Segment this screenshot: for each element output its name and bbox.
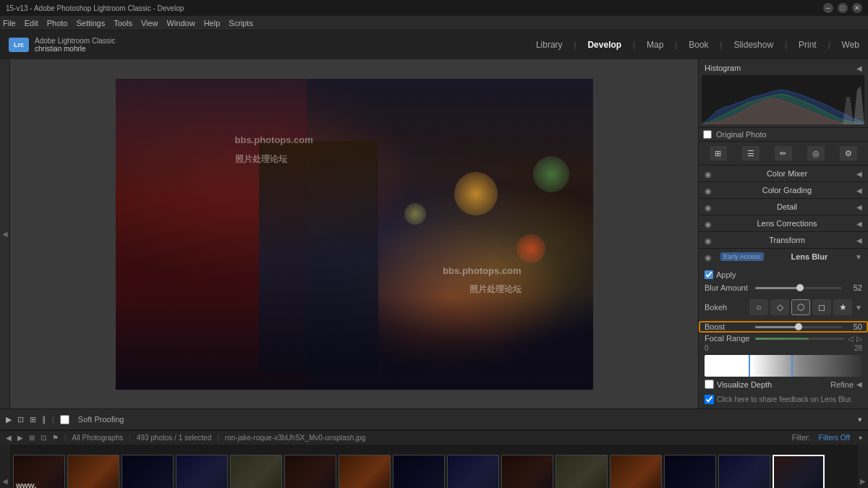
toolbar-btn-2[interactable]: ⊡ <box>17 415 24 424</box>
nav-links: Library | Develop | Map | Book | Slidesh… <box>536 40 859 50</box>
menu-item-view[interactable]: View <box>141 19 158 27</box>
tool-color[interactable]: ◎ <box>807 146 825 160</box>
menu-item-file[interactable]: File <box>3 19 16 27</box>
bokeh-star[interactable]: ★ <box>833 299 852 315</box>
transform-header[interactable]: ◉ Transform ◀ <box>699 232 868 248</box>
menu-item-window[interactable]: Window <box>167 19 195 27</box>
boost-thumb[interactable] <box>795 323 802 330</box>
filmstrip-thumb-13[interactable] <box>664 455 716 488</box>
filmstrip-thumb-4[interactable] <box>176 455 228 488</box>
filmstrip-thumb-14[interactable] <box>718 455 770 488</box>
filmstrip-thumb-12[interactable] <box>610 455 662 488</box>
detail-eye[interactable]: ◉ <box>705 203 715 210</box>
filters-off[interactable]: Filters Off <box>819 434 850 442</box>
nav-develop[interactable]: Develop <box>587 40 621 50</box>
bokeh-hex[interactable]: ⬡ <box>791 299 810 315</box>
left-panel-toggle[interactable]: ◀ <box>0 59 10 408</box>
color-grading-eye[interactable]: ◉ <box>705 187 715 194</box>
blur-amount-thumb[interactable] <box>796 284 804 291</box>
filmstrip-collection[interactable]: All Photographs <box>72 434 124 442</box>
minimize-button[interactable]: ─ <box>823 3 833 13</box>
boost-row: Boost 50 <box>705 322 862 331</box>
bokeh-diamond[interactable]: ◇ <box>770 299 789 315</box>
nav-slideshow[interactable]: Slideshow <box>733 40 773 50</box>
filmstrip-thumb-active[interactable] <box>773 455 825 488</box>
nav-print[interactable]: Print <box>799 40 817 50</box>
filmstrip-grid-btn[interactable]: ⊞ <box>29 434 35 442</box>
boost-slider[interactable] <box>755 326 842 328</box>
soft-proofing-checkbox[interactable] <box>60 415 69 424</box>
color-grading-header[interactable]: ◉ Color Grading ◀ <box>699 182 868 198</box>
blur-amount-slider[interactable] <box>755 287 842 289</box>
feedback-label[interactable]: Click here to share feedback on Lens Blu… <box>717 395 853 403</box>
depth-marker-right[interactable] <box>791 355 793 377</box>
maximize-button[interactable]: □ <box>838 3 848 13</box>
filmstrip-thumb-5[interactable] <box>230 455 282 488</box>
histogram-expand[interactable]: ◀ <box>856 64 862 72</box>
focal-range-track[interactable] <box>755 338 845 340</box>
visualize-checkbox[interactable] <box>705 380 714 389</box>
toolbar-btn-1[interactable]: ▶ <box>6 415 12 424</box>
filmstrip-thumb-10[interactable] <box>501 455 553 488</box>
bokeh-circle[interactable]: ○ <box>749 299 768 315</box>
transform-eye[interactable]: ◉ <box>705 236 715 244</box>
filmstrip-thumb-3[interactable] <box>122 455 174 488</box>
refine-button[interactable]: Refine <box>830 380 854 389</box>
tool-basic[interactable]: ⊞ <box>710 146 727 160</box>
toolbar-btn-3[interactable]: ⊞ <box>30 415 36 424</box>
menu-item-tools[interactable]: Tools <box>114 19 132 27</box>
filmstrip-right-arrow[interactable]: ▶ <box>858 445 868 488</box>
boost-value: 50 <box>842 322 862 331</box>
filmstrip-flag-btn[interactable]: ⚑ <box>52 434 59 442</box>
photo-person <box>259 141 378 374</box>
toolbar-btn-4[interactable]: ∥ <box>42 415 46 424</box>
original-photo-checkbox[interactable] <box>703 130 712 139</box>
lens-corrections-eye[interactable]: ◉ <box>705 220 715 227</box>
boost-fill <box>755 326 799 328</box>
toolbar-chevron[interactable]: ▾ <box>858 415 862 424</box>
menu-item-settings[interactable]: Settings <box>76 19 105 27</box>
app-logo: Lrc <box>9 38 29 52</box>
transform-section: ◉ Transform ◀ <box>699 232 868 249</box>
apply-checkbox[interactable] <box>705 270 713 279</box>
filmstrip-thumb-9[interactable] <box>447 455 499 488</box>
tool-hsl[interactable]: ✏ <box>775 146 792 160</box>
nav-web[interactable]: Web <box>842 40 859 50</box>
nav-map[interactable]: Map <box>647 40 663 50</box>
color-mixer-eye[interactable]: ◉ <box>705 170 715 177</box>
filter-dropdown[interactable]: ▾ <box>859 434 862 442</box>
focal-icon-right[interactable]: ▷ <box>856 335 862 343</box>
close-button[interactable]: ✕ <box>852 3 862 13</box>
nav-library[interactable]: Library <box>536 40 563 50</box>
filmstrip-thumb-8[interactable] <box>393 455 445 488</box>
focal-icon-left[interactable]: ◁ <box>848 335 854 343</box>
menu-item-scripts[interactable]: Scripts <box>229 19 253 27</box>
bokeh-expand[interactable]: ▼ <box>855 304 862 312</box>
menu-item-help[interactable]: Help <box>204 19 221 27</box>
lens-corrections-title: Lens Corrections <box>757 219 817 228</box>
filmstrip-compare-btn[interactable]: ⊡ <box>41 434 46 442</box>
bokeh-square[interactable]: ◻ <box>812 299 831 315</box>
filmstrip-prev-btn[interactable]: ◀ <box>6 434 12 442</box>
transform-arrow: ◀ <box>856 236 862 244</box>
filmstrip-thumb-6[interactable] <box>284 455 336 488</box>
filmstrip-next-btn[interactable]: ▶ <box>17 434 23 442</box>
lens-corrections-header[interactable]: ◉ Lens Corrections ◀ <box>699 215 868 231</box>
histogram-header: Histogram ◀ <box>702 62 865 74</box>
detail-header[interactable]: ◉ Detail ◀ <box>699 199 868 215</box>
tool-curve[interactable]: ☰ <box>742 146 760 160</box>
tool-settings[interactable]: ⚙ <box>840 146 857 160</box>
filmstrip-thumb-11[interactable] <box>556 455 608 488</box>
depth-marker-left[interactable] <box>749 355 750 377</box>
menu-item-photo[interactable]: Photo <box>47 19 68 27</box>
nav-book[interactable]: Book <box>689 40 708 50</box>
focal-range-fill <box>755 338 809 340</box>
blur-amount-row: Blur Amount 52 <box>705 283 862 292</box>
menu-item-edit[interactable]: Edit <box>25 19 38 27</box>
feedback-checkbox[interactable] <box>705 395 714 404</box>
filmstrip-thumb-7[interactable] <box>339 455 391 488</box>
color-mixer-header[interactable]: ◉ Color Mixer ◀ <box>699 166 868 181</box>
lens-blur-eye[interactable]: ◉ <box>705 253 715 260</box>
filmstrip-left-arrow[interactable]: ◀ <box>0 445 10 488</box>
right-panel: Histogram ◀ <box>698 59 868 408</box>
